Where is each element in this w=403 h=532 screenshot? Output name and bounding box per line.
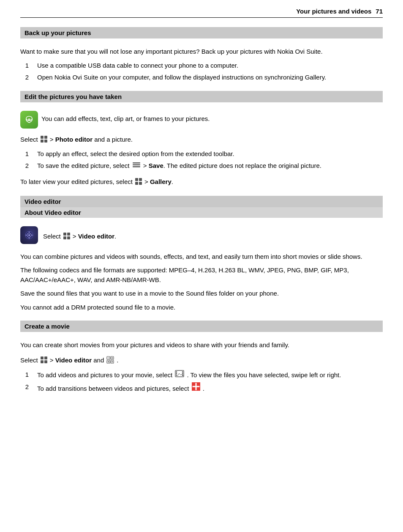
view-edited-line: To later view your edited pictures, sele…: [20, 176, 383, 187]
svg-point-33: [112, 357, 113, 359]
svg-rect-41: [176, 375, 177, 376]
svg-rect-42: [182, 371, 183, 373]
svg-rect-39: [176, 371, 177, 373]
grid-icon: [40, 135, 48, 143]
grid-icon-2: [135, 178, 142, 185]
create-movie-header: Create a movie: [20, 321, 383, 332]
grid-icon-4: [40, 356, 48, 364]
filmstrip-icon: [175, 370, 184, 377]
svg-point-35: [112, 361, 113, 362]
page: Your pictures and videos 71 Back up your…: [0, 0, 403, 532]
create-movie-select-line: Select > Video editor and: [20, 354, 383, 366]
section-edit-body: You can add effects, text, clip art, or …: [20, 107, 383, 187]
svg-rect-12: [139, 182, 142, 185]
page-header: Your pictures and videos 71: [20, 0, 383, 18]
svg-rect-25: [44, 356, 47, 359]
video-icon-select-row: Select > Video editor.: [20, 226, 383, 246]
svg-rect-3: [44, 136, 47, 139]
svg-rect-6: [133, 162, 140, 164]
edit-description: You can add effects, text, clip art, or …: [41, 114, 210, 124]
svg-rect-4: [41, 140, 44, 143]
svg-rect-10: [139, 178, 142, 181]
svg-point-15: [28, 234, 30, 236]
video-para4: You cannot add a DRM protected sound fil…: [20, 303, 383, 313]
photo-editor-select-line: Select > Photo editor and a picture.: [20, 134, 383, 145]
backup-intro: Want to make sure that you will not lose…: [20, 47, 383, 57]
video-para2: The following codecs and file formats ar…: [20, 266, 383, 285]
video-para3: Save the sound files that you want to us…: [20, 289, 383, 299]
svg-rect-43: [182, 373, 183, 374]
svg-rect-7: [133, 165, 140, 166]
svg-rect-21: [67, 233, 70, 236]
svg-rect-11: [135, 182, 138, 185]
list-item: 1 Use a compatible USB data cable to con…: [20, 61, 383, 71]
section-backup-body: Want to make sure that you will not lose…: [20, 43, 383, 82]
backup-steps: 1 Use a compatible USB data cable to con…: [20, 61, 383, 82]
svg-point-34: [108, 361, 109, 362]
svg-rect-8: [133, 166, 140, 167]
video-editor-icon: [20, 226, 38, 244]
create-movie-intro: You can create short movies from your pi…: [20, 340, 383, 350]
grid-icon-3: [63, 232, 71, 240]
edit-icon-row: You can add effects, text, clip art, or …: [20, 111, 383, 129]
section-backup-header: Back up your pictures: [20, 27, 383, 38]
svg-rect-22: [63, 236, 66, 239]
svg-rect-26: [41, 360, 44, 363]
svg-point-1: [28, 118, 30, 121]
video-editor-header: Video editor: [20, 196, 383, 207]
list-item: 1 To apply an effect, select the desired…: [20, 149, 383, 159]
list-item: 1 To add videos and pictures to your mov…: [20, 370, 383, 380]
list-item: 2 To add transitions between videos and …: [20, 382, 383, 394]
page-number: 71: [376, 8, 383, 15]
svg-rect-40: [176, 373, 177, 374]
edit-steps: 1 To apply an effect, select the desired…: [20, 149, 383, 171]
menu-icon: [132, 162, 141, 168]
list-item: 2 Open Nokia Ovi Suite on your computer,…: [20, 73, 383, 82]
create-movie-body: You can create short movies from your pi…: [20, 336, 383, 394]
section-edit-header: Edit the pictures you have taken: [20, 91, 383, 102]
page-title: Your pictures and videos: [296, 8, 371, 15]
create-movie-steps: 1 To add videos and pictures to your mov…: [20, 370, 383, 394]
wrench-settings-icon: [106, 356, 114, 364]
video-para1: You can combine pictures and videos with…: [20, 252, 383, 262]
list-item: 2 To save the edited picture, select > S…: [20, 161, 383, 171]
svg-rect-27: [44, 360, 47, 363]
section-backup: Back up your pictures Want to make sure …: [20, 27, 383, 82]
svg-rect-9: [135, 178, 138, 181]
svg-rect-23: [67, 236, 70, 239]
section-edit-pictures: Edit the pictures you have taken You can…: [20, 91, 383, 187]
svg-rect-20: [63, 233, 66, 236]
video-editor-subheader: About Video editor: [20, 207, 383, 218]
svg-rect-5: [44, 140, 47, 143]
video-editor-body: Select > Video editor. You can combine p…: [20, 222, 383, 313]
video-editor-select-line: Select > Video editor.: [43, 230, 116, 242]
section-create-movie: Create a movie You can create short movi…: [20, 321, 383, 394]
plus-cross-icon: [192, 382, 200, 391]
photo-editor-icon: [20, 111, 38, 129]
svg-rect-2: [41, 136, 44, 139]
svg-rect-24: [41, 356, 44, 359]
section-video-editor: Video editor About Video editor: [20, 196, 383, 313]
